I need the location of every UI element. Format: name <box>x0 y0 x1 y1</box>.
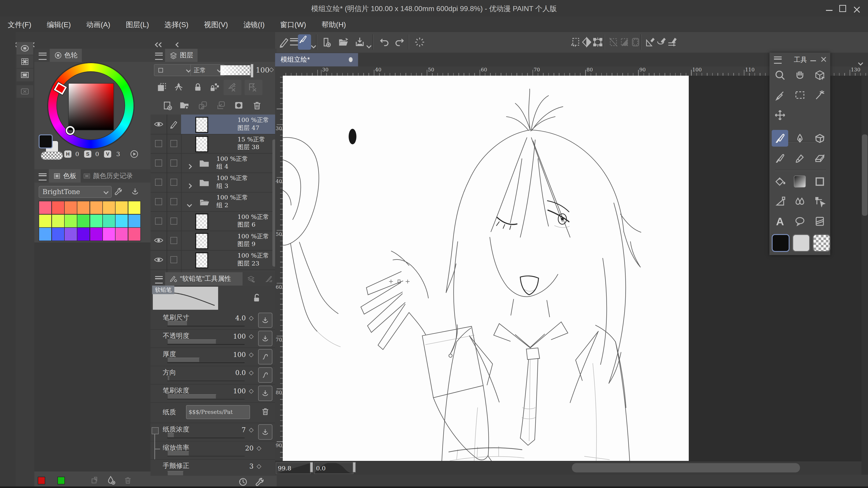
tool-polyline[interactable] <box>772 193 788 210</box>
curve-thickness-button[interactable] <box>258 349 272 364</box>
tabbar-chevron-icon[interactable] <box>859 57 862 67</box>
panel-menu-icon[interactable] <box>155 276 163 283</box>
opacity-slider-thumb[interactable] <box>250 64 254 78</box>
tool-pencil[interactable] <box>772 130 788 147</box>
layer-thumbnail[interactable] <box>195 214 208 230</box>
tool-gradient[interactable] <box>792 173 808 190</box>
tab-color-wheel[interactable]: 色轮 <box>50 49 82 62</box>
rail-color-history-icon[interactable] <box>17 69 33 81</box>
pressure-paper-button[interactable] <box>258 424 272 440</box>
visibility-eye-icon[interactable] <box>154 255 163 265</box>
tool-text[interactable]: A <box>772 213 788 230</box>
palette-swatch[interactable] <box>39 201 51 214</box>
invert-selection-icon[interactable] <box>581 36 593 48</box>
prop-value[interactable]: 4.0 <box>235 314 246 322</box>
panel-menu-icon[interactable] <box>774 57 782 64</box>
lock-transparent-icon[interactable] <box>209 82 220 92</box>
merge-down-icon[interactable] <box>216 100 226 111</box>
palette-swatch[interactable] <box>103 228 115 240</box>
layer-opacity-slider[interactable] <box>220 65 252 75</box>
prop-value[interactable]: 0.0 <box>235 369 246 377</box>
layer-mask-icon[interactable] <box>234 100 244 111</box>
menu-layer[interactable]: 图层(L) <box>118 17 157 30</box>
palette-swatch[interactable] <box>90 201 102 214</box>
ruler-curve-icon[interactable] <box>655 36 667 48</box>
tool-blend[interactable] <box>792 193 808 210</box>
edit-checkbox[interactable] <box>170 237 178 244</box>
prop-slider[interactable] <box>167 358 200 362</box>
tool-marker[interactable] <box>792 150 808 166</box>
opacity-bar-icon[interactable] <box>41 152 63 160</box>
ruler-parallel-icon[interactable] <box>666 36 678 48</box>
clip-to-layer-icon[interactable] <box>157 82 167 92</box>
rail-subview-icon[interactable] <box>17 85 33 98</box>
lock-layer-icon[interactable] <box>193 82 203 92</box>
pressure-size-button[interactable] <box>258 313 272 328</box>
tool-marquee[interactable] <box>792 87 808 103</box>
rotation-slider-thumb[interactable] <box>352 462 356 473</box>
palette-swatch[interactable] <box>39 228 51 240</box>
pressure-density-button[interactable] <box>258 386 272 401</box>
expand-chevron-icon[interactable] <box>188 160 191 170</box>
palette-swatch[interactable] <box>128 201 141 214</box>
delete-layer-icon[interactable] <box>252 100 262 111</box>
transfer-down-icon[interactable] <box>197 100 208 111</box>
palette-preset-dropdown[interactable]: BrightTone <box>39 186 112 198</box>
color-mode-icon[interactable] <box>129 149 139 159</box>
reset-dial-icon[interactable] <box>238 477 248 487</box>
palette-swatch[interactable] <box>116 201 128 214</box>
palette-swatch[interactable] <box>103 201 115 214</box>
panel-menu-icon[interactable] <box>39 53 46 60</box>
tool-eyedropper[interactable] <box>772 87 788 103</box>
visibility-eye-icon[interactable] <box>154 236 163 245</box>
spinner-icon[interactable]: ◇ <box>249 332 254 339</box>
spinner-icon[interactable]: ◇ <box>249 426 254 433</box>
transform-icon[interactable] <box>592 36 604 48</box>
palette-swatch[interactable] <box>77 215 90 227</box>
layer-thumbnail[interactable] <box>195 252 208 269</box>
visibility-checkbox[interactable] <box>155 160 162 166</box>
tab-layers[interactable]: 图层 <box>165 49 197 62</box>
layer-palette-dropdown[interactable] <box>154 64 193 76</box>
rail-color-wheel-icon[interactable] <box>17 42 33 55</box>
rotation-widget[interactable]: 0.0 <box>314 462 353 474</box>
palette-swatch[interactable] <box>52 228 64 240</box>
layer-row[interactable]: 100 %正常图层 9 <box>151 231 277 251</box>
palette-swatch[interactable] <box>77 201 90 214</box>
pressure-opacity-button[interactable] <box>258 331 272 346</box>
palette-swatch[interactable] <box>65 215 77 227</box>
sub-node-toggle[interactable] <box>152 427 159 434</box>
tool-operate[interactable] <box>811 193 828 210</box>
transparent-color-chip[interactable] <box>813 234 831 252</box>
zoom-widget[interactable]: 99.8 <box>276 462 311 474</box>
panel-close-icon[interactable] <box>820 55 827 65</box>
menu-animation[interactable]: 动画(A) <box>79 17 118 30</box>
spinner-icon[interactable]: ◇ <box>249 314 254 321</box>
main-color-chip[interactable] <box>772 234 789 252</box>
palette-swatch[interactable] <box>39 215 51 227</box>
palette-swatch[interactable] <box>52 201 64 214</box>
prop-slider[interactable] <box>167 321 188 326</box>
ruler-triangle-icon[interactable] <box>644 36 656 48</box>
saturation-value-square[interactable] <box>69 84 114 130</box>
zoom-slider-thumb[interactable] <box>310 462 313 473</box>
prop-value[interactable]: 100 <box>233 351 246 359</box>
menu-window[interactable]: 窗口(W) <box>272 17 314 30</box>
panel-minimize-icon[interactable] <box>810 60 816 61</box>
prop-slider[interactable] <box>167 451 189 456</box>
add-color-icon[interactable] <box>106 475 116 485</box>
tab-color-set[interactable]: 色板 <box>49 169 81 183</box>
new-file-icon[interactable] <box>320 36 333 48</box>
tool-brush[interactable] <box>772 150 788 166</box>
spinner-icon[interactable]: ◇ <box>249 351 254 358</box>
menu-edit[interactable]: 编辑(E) <box>39 17 79 30</box>
horizontal-scrollbar[interactable] <box>572 463 800 473</box>
canvas-page[interactable] <box>283 76 688 475</box>
prop-slider[interactable] <box>167 376 170 381</box>
prop-value[interactable]: 20 <box>245 445 253 452</box>
edit-checkbox[interactable] <box>170 256 178 263</box>
new-folder-icon[interactable] <box>179 100 190 111</box>
delete-color-icon[interactable] <box>123 476 132 485</box>
panel-menu-icon[interactable] <box>155 53 163 60</box>
tool-panel-border[interactable] <box>811 213 828 230</box>
